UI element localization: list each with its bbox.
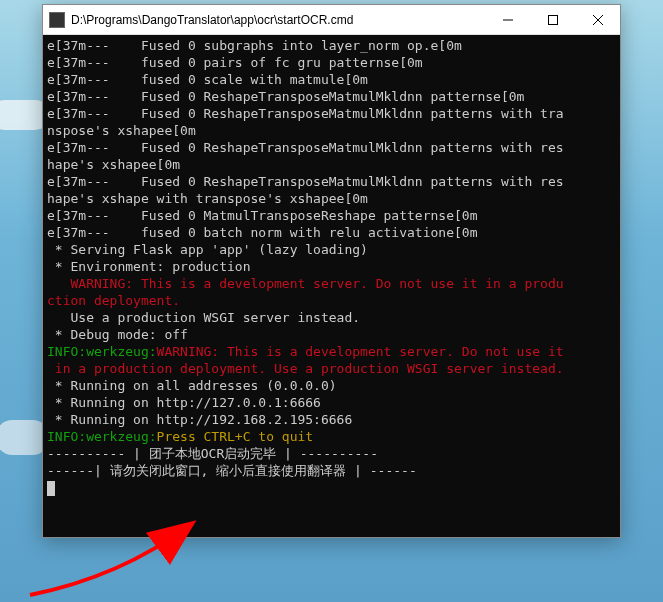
svg-rect-1 <box>548 15 557 24</box>
terminal-line: nspose's xshapee[0m <box>47 122 616 139</box>
terminal-line: e[37m--- Fused 0 subgraphs into layer_no… <box>47 37 616 54</box>
close-button[interactable] <box>575 5 620 35</box>
terminal-line: * Debug mode: off <box>47 326 616 343</box>
maximize-button[interactable] <box>530 5 575 35</box>
terminal-line: ---------- | 团子本地OCR启动完毕 | ---------- <box>47 445 616 462</box>
terminal-line: * Environment: production <box>47 258 616 275</box>
terminal-line: Use a production WSGI server instead. <box>47 309 616 326</box>
terminal-line: ction deployment. <box>47 292 616 309</box>
terminal-line: INFO:werkzeug:WARNING: This is a develop… <box>47 343 616 360</box>
cursor <box>47 481 55 496</box>
terminal-line: * Running on http://127.0.0.1:6666 <box>47 394 616 411</box>
terminal-cursor-line <box>47 479 616 496</box>
terminal-line: e[37m--- Fused 0 ReshapeTransposeMatmulM… <box>47 105 616 122</box>
terminal-line: * Running on http://192.168.2.195:6666 <box>47 411 616 428</box>
cmd-icon <box>49 12 65 28</box>
terminal-line: ------| 请勿关闭此窗口, 缩小后直接使用翻译器 | ------ <box>47 462 616 479</box>
minimize-button[interactable] <box>485 5 530 35</box>
window-controls <box>485 5 620 35</box>
terminal-line: e[37m--- Fused 0 ReshapeTransposeMatmulM… <box>47 173 616 190</box>
terminal-line: hape's xshapee[0m <box>47 156 616 173</box>
terminal-line: e[37m--- Fused 0 ReshapeTransposeMatmulM… <box>47 139 616 156</box>
terminal-line: WARNING: This is a development server. D… <box>47 275 616 292</box>
terminal-line: INFO:werkzeug:Press CTRL+C to quit <box>47 428 616 445</box>
terminal-line: e[37m--- fused 0 scale with matmule[0m <box>47 71 616 88</box>
terminal-line: * Running on all addresses (0.0.0.0) <box>47 377 616 394</box>
window-title: D:\Programs\DangoTranslator\app\ocr\star… <box>71 13 485 27</box>
terminal-line: * Serving Flask app 'app' (lazy loading) <box>47 241 616 258</box>
terminal-line: e[37m--- Fused 0 ReshapeTransposeMatmulM… <box>47 88 616 105</box>
terminal-line: in a production deployment. Use a produc… <box>47 360 616 377</box>
terminal-line: e[37m--- Fused 0 MatmulTransposeReshape … <box>47 207 616 224</box>
terminal-line: hape's xshape with transpose's xshapee[0… <box>47 190 616 207</box>
terminal-output[interactable]: e[37m--- Fused 0 subgraphs into layer_no… <box>43 35 620 537</box>
terminal-line: e[37m--- fused 0 pairs of fc gru pattern… <box>47 54 616 71</box>
titlebar[interactable]: D:\Programs\DangoTranslator\app\ocr\star… <box>43 5 620 35</box>
terminal-line: e[37m--- fused 0 batch norm with relu ac… <box>47 224 616 241</box>
cmd-window: D:\Programs\DangoTranslator\app\ocr\star… <box>42 4 621 538</box>
